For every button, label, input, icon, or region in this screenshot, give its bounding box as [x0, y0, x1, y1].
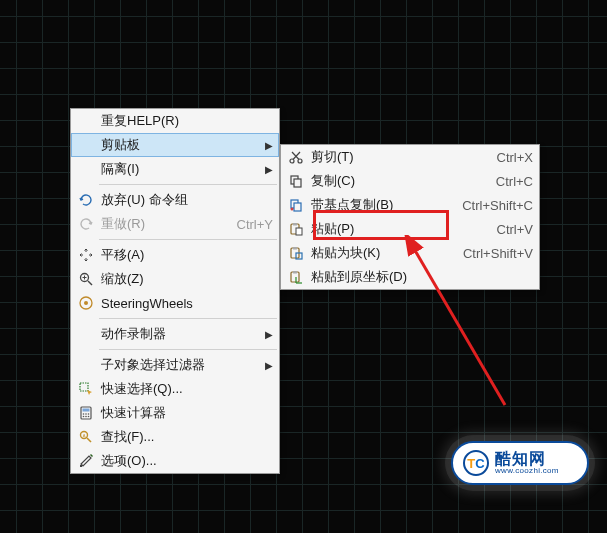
spacer-icon: [75, 111, 97, 131]
submenu-arrow-icon: ▶: [263, 140, 273, 151]
watermark-badge: TC 酷知网 www.coozhi.com: [451, 441, 589, 485]
menu-label: 平移(A): [97, 246, 273, 264]
menu-separator: [99, 239, 277, 240]
menu-separator: [99, 184, 277, 185]
cut-icon: [285, 147, 307, 167]
menu-separator: [99, 349, 277, 350]
svg-rect-35: [293, 271, 297, 274]
spacer-icon: [75, 135, 97, 155]
menu-label: 缩放(Z): [97, 270, 273, 288]
watermark-en: www.coozhi.com: [495, 467, 559, 475]
spacer-icon: [75, 324, 97, 344]
svg-rect-24: [294, 179, 301, 187]
menu-shortcut: Ctrl+Y: [227, 217, 273, 232]
menu-item-clipboard[interactable]: 剪贴板 ▶: [71, 133, 279, 157]
menu-item-zoom[interactable]: 缩放(Z): [71, 267, 279, 291]
svg-rect-30: [296, 228, 302, 235]
submenu-arrow-icon: ▶: [263, 164, 273, 175]
menu-item-find[interactable]: A 查找(F)...: [71, 425, 279, 449]
menu-label: 粘贴为块(K): [307, 244, 453, 262]
svg-line-1: [88, 281, 92, 285]
redo-icon: [75, 214, 97, 234]
copy-base-icon: [285, 195, 307, 215]
submenu-arrow-icon: ▶: [263, 329, 273, 340]
context-menu-clipboard: 剪切(T) Ctrl+X 复制(C) Ctrl+C 带基点复制(B) Ctrl+…: [280, 144, 540, 290]
menu-shortcut: Ctrl+V: [487, 222, 533, 237]
menu-label: 复制(C): [307, 172, 486, 190]
svg-point-10: [85, 413, 87, 415]
menu-item-quick-calc[interactable]: 快速计算器: [71, 401, 279, 425]
svg-rect-26: [294, 203, 301, 211]
svg-point-27: [291, 208, 294, 211]
menu-item-options[interactable]: 选项(O)...: [71, 449, 279, 473]
watermark-cn: 酷知网: [495, 451, 559, 467]
menu-label: 剪切(T): [307, 148, 487, 166]
svg-rect-8: [83, 409, 90, 412]
quick-select-icon: [75, 379, 97, 399]
menu-label: 放弃(U) 命令组: [97, 191, 273, 209]
svg-point-11: [88, 413, 90, 415]
svg-rect-29: [293, 223, 297, 226]
menu-shortcut: Ctrl+C: [486, 174, 533, 189]
zoom-icon: [75, 269, 97, 289]
steeringwheel-icon: [75, 293, 97, 313]
menu-label: 快速计算器: [97, 404, 273, 422]
svg-line-22: [292, 152, 299, 160]
submenu-arrow-icon: ▶: [263, 360, 273, 371]
menu-label: 重做(R): [97, 215, 227, 233]
menu-item-quick-select[interactable]: 快速选择(Q)...: [71, 377, 279, 401]
pan-icon: [75, 245, 97, 265]
menu-shortcut: Ctrl+Shift+V: [453, 246, 533, 261]
svg-line-21: [293, 152, 300, 160]
menu-item-action-recorder[interactable]: 动作录制器 ▶: [71, 322, 279, 346]
menu-item-undo[interactable]: 放弃(U) 命令组: [71, 188, 279, 212]
menu-item-redo: 重做(R) Ctrl+Y: [71, 212, 279, 236]
menu-separator: [99, 318, 277, 319]
menu-item-steeringwheels[interactable]: SteeringWheels: [71, 291, 279, 315]
menu-label: 带基点复制(B): [307, 196, 452, 214]
paste-icon: [285, 219, 307, 239]
find-icon: A: [75, 427, 97, 447]
spacer-icon: [75, 159, 97, 179]
spacer-icon: [75, 355, 97, 375]
copy-icon: [285, 171, 307, 191]
menu-item-copy[interactable]: 复制(C) Ctrl+C: [281, 169, 539, 193]
menu-item-repeat[interactable]: 重复HELP(R): [71, 109, 279, 133]
menu-label: 快速选择(Q)...: [97, 380, 273, 398]
menu-label: 隔离(I): [97, 160, 263, 178]
context-menu-main: 重复HELP(R) 剪贴板 ▶ 隔离(I) ▶ 放弃(U) 命令组 重做(R) …: [70, 108, 280, 474]
menu-item-isolate[interactable]: 隔离(I) ▶: [71, 157, 279, 181]
menu-label: 查找(F)...: [97, 428, 273, 446]
menu-item-paste-orig[interactable]: 粘贴到原坐标(D): [281, 265, 539, 289]
svg-point-9: [83, 413, 85, 415]
svg-rect-6: [80, 383, 88, 391]
svg-rect-32: [293, 247, 297, 250]
menu-item-paste[interactable]: 粘贴(P) Ctrl+V: [281, 217, 539, 241]
menu-item-pan[interactable]: 平移(A): [71, 243, 279, 267]
menu-label: 剪贴板: [97, 136, 263, 154]
svg-line-16: [87, 438, 91, 442]
options-icon: [75, 451, 97, 471]
calculator-icon: [75, 403, 97, 423]
menu-label: 粘贴到原坐标(D): [307, 268, 523, 286]
menu-item-cut[interactable]: 剪切(T) Ctrl+X: [281, 145, 539, 169]
menu-label: 选项(O)...: [97, 452, 273, 470]
menu-label: 重复HELP(R): [97, 112, 273, 130]
menu-shortcut: Ctrl+X: [487, 150, 533, 165]
menu-item-subobject-filter[interactable]: 子对象选择过滤器 ▶: [71, 353, 279, 377]
menu-label: 子对象选择过滤器: [97, 356, 263, 374]
watermark-logo-icon: TC: [463, 450, 489, 476]
svg-point-14: [88, 416, 90, 418]
menu-item-paste-block[interactable]: 粘贴为块(K) Ctrl+Shift+V: [281, 241, 539, 265]
svg-point-5: [84, 301, 88, 305]
menu-label: SteeringWheels: [97, 296, 273, 311]
menu-shortcut: Ctrl+Shift+C: [452, 198, 533, 213]
svg-point-13: [85, 416, 87, 418]
svg-text:A: A: [83, 433, 86, 438]
menu-label: 动作录制器: [97, 325, 263, 343]
svg-rect-18: [80, 465, 82, 467]
svg-point-12: [83, 416, 85, 418]
menu-item-copy-base[interactable]: 带基点复制(B) Ctrl+Shift+C: [281, 193, 539, 217]
menu-label: 粘贴(P): [307, 220, 487, 238]
undo-icon: [75, 190, 97, 210]
